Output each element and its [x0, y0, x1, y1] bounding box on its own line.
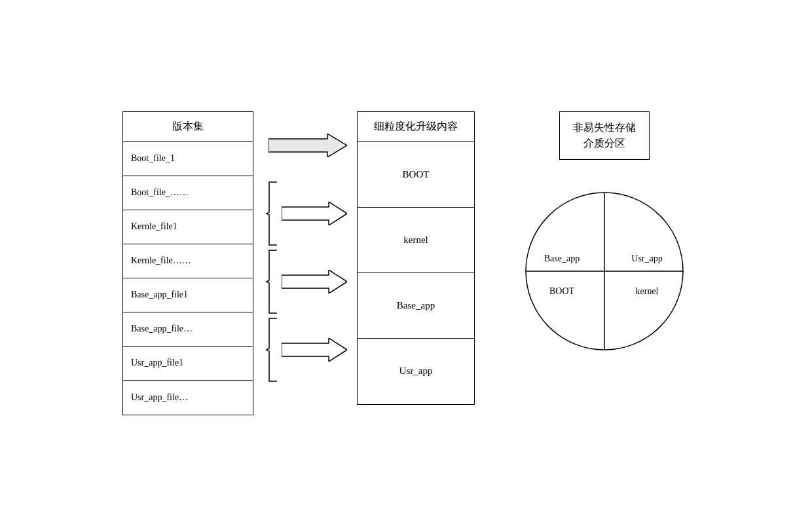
version-row-kernel1: Kernle_file1	[123, 210, 253, 244]
boot-arrow-icon	[268, 134, 347, 157]
baseapp-brace-icon	[265, 249, 278, 314]
arrows-column	[259, 111, 357, 405]
version-row-baseapp-ellipsis: Base_app_file…	[123, 312, 253, 347]
svg-marker-2	[282, 270, 347, 293]
svg-text:Base_app: Base_app	[544, 254, 580, 263]
svg-marker-0	[268, 134, 347, 157]
svg-text:BOOT: BOOT	[549, 286, 575, 296]
version-set-header: 版本集	[123, 112, 253, 142]
storage-label-line1: 非易失性存储	[573, 120, 636, 136]
granular-kernel: kernel	[358, 208, 474, 273]
usrapp-brace-icon	[265, 317, 278, 383]
middle-section: 细粒度化升级内容 BOOT kernel Base_app Usr_app	[259, 111, 475, 405]
version-row-baseapp1: Base_app_file1	[123, 278, 253, 312]
granular-baseapp: Base_app	[358, 273, 474, 339]
svg-marker-3	[282, 338, 347, 362]
kernel-arrow-icon	[282, 202, 347, 225]
granular-box: 细粒度化升级内容 BOOT kernel Base_app Usr_app	[357, 111, 475, 405]
boot-arrow-slot	[259, 111, 357, 179]
version-row-kernel-ellipsis: Kernle_file……	[123, 244, 253, 278]
kernel-brace-icon	[265, 181, 278, 246]
svg-marker-1	[282, 202, 347, 225]
baseapp-arrow-slot	[259, 248, 357, 316]
baseapp-arrow-icon	[282, 270, 347, 293]
svg-text:Usr_app: Usr_app	[631, 254, 662, 263]
version-row-boot1: Boot_file_1	[123, 142, 253, 176]
version-row-boot-ellipsis: Boot_file_……	[123, 176, 253, 210]
storage-label-line2: 介质分区	[573, 136, 636, 151]
diagram-container: 版本集 Boot_file_1 Boot_file_…… Kernle_file…	[13, 92, 799, 435]
granular-header: 细粒度化升级内容	[358, 112, 474, 142]
usrapp-arrow-slot	[259, 316, 357, 384]
version-row-usrapp-ellipsis: Usr_app_file…	[123, 381, 253, 415]
right-section: 非易失性存储 介质分区 Base_app Usr_app BOOT kernel	[519, 111, 690, 356]
version-row-usrapp1: Usr_app_file1	[123, 347, 253, 381]
circle-diagram: Base_app Usr_app BOOT kernel	[519, 186, 690, 356]
granular-usrapp: Usr_app	[358, 339, 474, 404]
kernel-arrow-slot	[259, 179, 357, 248]
storage-label-box: 非易失性存储 介质分区	[559, 111, 650, 160]
svg-text:kernel: kernel	[636, 286, 659, 296]
version-set-box: 版本集 Boot_file_1 Boot_file_…… Kernle_file…	[122, 111, 253, 415]
granular-boot: BOOT	[358, 142, 474, 208]
usrapp-arrow-icon	[282, 338, 347, 362]
